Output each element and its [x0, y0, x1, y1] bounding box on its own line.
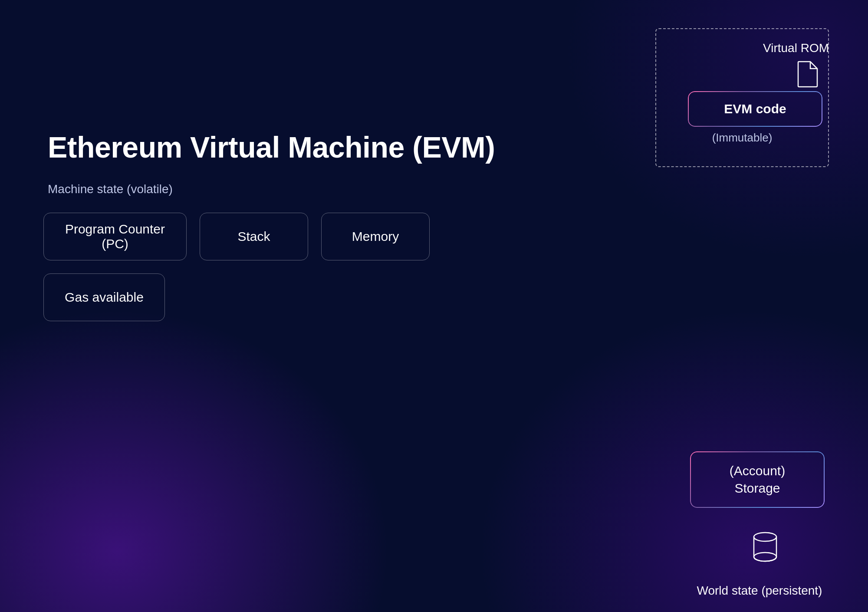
machine-state-label: Machine state (volatile) — [48, 182, 173, 196]
program-counter-label: Program Counter(PC) — [65, 222, 165, 251]
page-title: Ethereum Virtual Machine (EVM) — [48, 130, 495, 164]
memory-label: Memory — [352, 229, 399, 244]
cylinder-icon — [753, 532, 778, 562]
gas-available-label: Gas available — [65, 290, 144, 305]
memory-box: Memory — [321, 213, 430, 260]
evm-code-label: EVM code — [724, 102, 786, 116]
svg-point-0 — [754, 533, 776, 541]
account-storage-box: (Account)Storage — [690, 451, 825, 508]
document-icon — [796, 61, 818, 88]
stack-box: Stack — [200, 213, 308, 260]
machine-state-row: Program Counter(PC) Stack Memory — [43, 213, 430, 260]
svg-point-1 — [754, 553, 776, 561]
evm-code-box: EVM code — [688, 91, 822, 127]
immutable-label: (Immutable) — [655, 131, 829, 145]
main-container: Ethereum Virtual Machine (EVM) Machine s… — [0, 0, 868, 612]
account-storage-label: (Account)Storage — [730, 462, 785, 497]
world-state-label: World state (persistent) — [692, 582, 827, 599]
stack-label: Stack — [237, 229, 270, 244]
virtual-rom-label: Virtual ROM — [655, 41, 829, 55]
gas-available-box: Gas available — [43, 273, 165, 321]
program-counter-box: Program Counter(PC) — [43, 213, 187, 260]
